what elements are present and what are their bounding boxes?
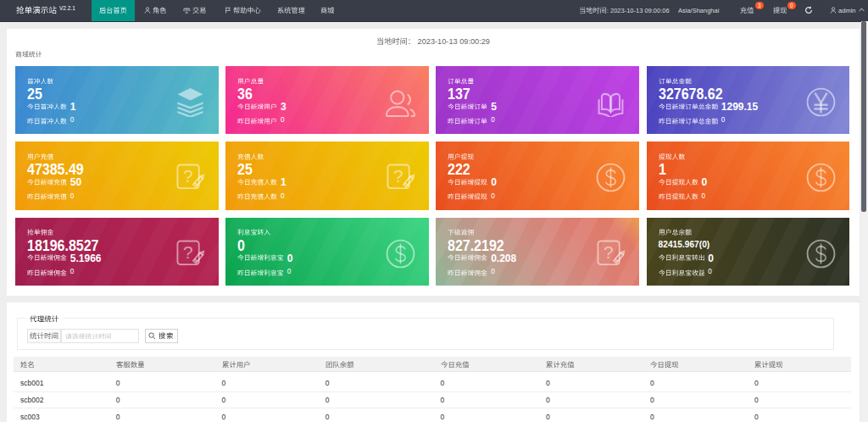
svg-text:?: ?: [182, 242, 192, 262]
svg-text:?: ?: [182, 166, 192, 186]
svg-text:?: ?: [393, 166, 403, 186]
svg-text:?: ?: [604, 242, 614, 262]
